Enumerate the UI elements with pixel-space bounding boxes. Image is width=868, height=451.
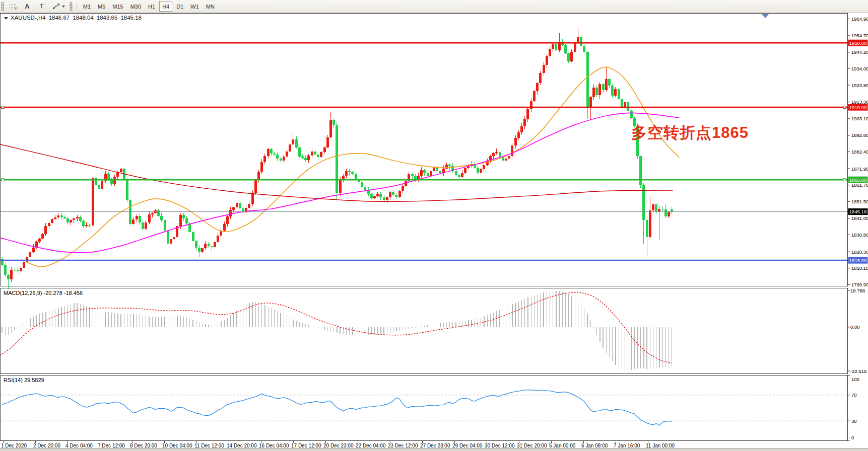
price-axis-label: 1954.70 xyxy=(851,33,868,38)
toolbar-separator-handle xyxy=(70,2,73,11)
macd-signal-line xyxy=(0,292,672,363)
price-axis-label: 1913.30 xyxy=(851,99,868,105)
svg-text:1815.00: 1815.00 xyxy=(849,258,866,263)
collapse-triangle-icon[interactable] xyxy=(4,17,8,20)
price-axis-label: 1820.30 xyxy=(851,249,868,255)
svg-text:1845.18: 1845.18 xyxy=(849,209,866,214)
svg-text:1910.00: 1910.00 xyxy=(849,105,866,110)
rsi-axis-label: 100 xyxy=(851,377,859,382)
timeframe-buttons: M1M5M15M30H1H4D1W1MN xyxy=(80,1,218,12)
time-axis: 1 Dec 20202 Dec 20:004 Dec 04:007 Dec 12… xyxy=(1,441,675,449)
line-handle[interactable] xyxy=(843,106,846,109)
ohlc-close: 1845.18 xyxy=(120,15,142,21)
price-axis-label: 1903.10 xyxy=(851,116,868,121)
price-badge-1950.00: 1950.00 xyxy=(848,40,868,46)
ohlc-low: 1843.65 xyxy=(97,15,118,21)
text-a-icon: A xyxy=(25,3,29,10)
timeframe-button-mn[interactable]: MN xyxy=(203,1,218,12)
diagonal-arrows-icon xyxy=(52,3,60,10)
price-axis-label: 1944.20 xyxy=(851,49,868,55)
grid-f-tool-button[interactable]: F xyxy=(6,1,20,12)
chart-annotation-text[interactable]: 多空转折点1865 xyxy=(631,122,749,143)
timeframe-button-m15[interactable]: M15 xyxy=(109,1,126,12)
rsi-axis-label: 0 xyxy=(851,435,854,440)
svg-text:1865.00: 1865.00 xyxy=(849,177,866,183)
price-axis-label: 1841.00 xyxy=(851,215,868,221)
timeframe-button-d1[interactable]: D1 xyxy=(173,1,186,12)
rsi-axis-label: 70 xyxy=(851,392,857,398)
toolbar-drag-handle[interactable] xyxy=(1,2,4,11)
main-panel-frame xyxy=(1,14,848,286)
chart-shift-marker-icon xyxy=(762,14,769,18)
mt4-window: F A T M1M5M15M30H1H4D1W1MN 1964.901954.7… xyxy=(0,0,868,451)
macd-axis-label: 0.00 xyxy=(850,324,860,330)
price-axis-label: 1892.60 xyxy=(851,132,868,138)
price-axis-label: 1964.90 xyxy=(851,16,868,22)
price-badge-1865.00: 1865.00 xyxy=(848,177,868,183)
current-price-badge: 1845.18 xyxy=(848,208,868,215)
timeframe-button-w1[interactable]: W1 xyxy=(187,1,202,12)
text-label-tool-button[interactable]: T xyxy=(35,1,48,12)
ohlc-high: 1848.04 xyxy=(73,15,94,21)
price-axis-label: 1799.90 xyxy=(851,282,868,287)
chart-canvas[interactable]: 1964.901954.701944.201934.001923.801913.… xyxy=(0,0,868,451)
line-handle[interactable] xyxy=(2,179,4,181)
macd-panel-frame xyxy=(1,288,848,374)
rsi-axis-label: 30 xyxy=(851,418,857,424)
toolbar-separator xyxy=(77,2,77,11)
timeframe-button-m30[interactable]: M30 xyxy=(127,1,144,12)
price-axis-label: 1871.90 xyxy=(851,166,868,172)
timeframe-button-h1[interactable]: H1 xyxy=(145,1,158,12)
text-tool-button[interactable]: A xyxy=(21,1,34,12)
ohlc-open: 1846.67 xyxy=(49,15,70,21)
bottom-strip xyxy=(0,448,868,451)
grid-f-icon: F xyxy=(9,4,17,10)
macd-axis-label: 18.788 xyxy=(850,288,865,293)
price-axis-label: 1851.50 xyxy=(851,199,868,204)
dropdown-caret-icon xyxy=(62,6,65,8)
price-axis-label: 1830.80 xyxy=(851,232,868,238)
price-badge-1815.00: 1815.00 xyxy=(848,257,868,264)
price-axis-label: 1810.10 xyxy=(851,265,868,271)
line-handle[interactable] xyxy=(2,106,4,109)
price-axis-label: 1934.00 xyxy=(851,66,868,71)
price-axis-label: 1923.80 xyxy=(851,83,868,88)
price-axis: 1964.901954.701944.201934.001923.801913.… xyxy=(848,16,868,440)
price-badge-1910.00: 1910.00 xyxy=(848,104,868,111)
macd-histogram xyxy=(2,290,672,370)
macd-axis-label: -22.515 xyxy=(850,368,866,374)
line-handle[interactable] xyxy=(843,179,846,181)
symbol-period-label: XAUUSD-,H4 xyxy=(11,15,46,21)
price-axis-label: 1882.40 xyxy=(851,149,868,155)
rsi-indicator-label: RSI(14) 29.5829 xyxy=(4,377,44,383)
timeframe-button-m5[interactable]: M5 xyxy=(95,1,108,12)
toolbar: F A T M1M5M15M30H1H4D1W1MN xyxy=(0,0,868,13)
svg-text:1950.00: 1950.00 xyxy=(849,40,866,46)
arrows-tool-button[interactable] xyxy=(49,1,68,12)
chart-title: XAUUSD-,H41846.671848.041843.651845.18 xyxy=(4,15,145,21)
timeframe-button-m1[interactable]: M1 xyxy=(80,1,94,12)
ma-fast-orange xyxy=(26,67,679,267)
macd-indicator-label: MACD(12,26,9) -20.278 -18.456 xyxy=(4,290,83,296)
text-label-t-icon: T xyxy=(38,3,45,10)
price-axis-label: 1861.70 xyxy=(851,182,868,188)
timeframe-button-h4[interactable]: H4 xyxy=(159,1,172,12)
